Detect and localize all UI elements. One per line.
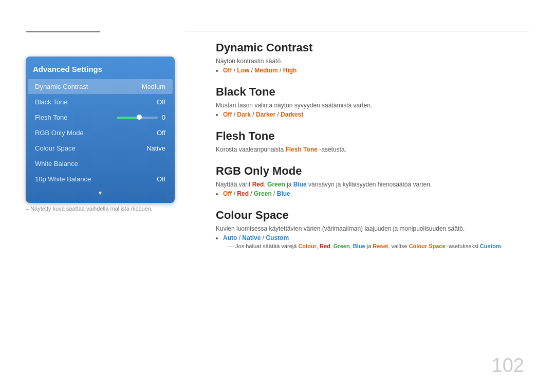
sep3: /: [278, 67, 283, 74]
sep1: /: [232, 67, 237, 74]
rgb-option-red: Red: [237, 190, 249, 197]
cs-reset: Reset: [373, 243, 388, 249]
dynamic-contrast-options: Off / Low / Medium / High: [223, 67, 529, 74]
rgb-red: Red: [252, 181, 264, 188]
black-tone-option-list: Off / Dark / Darker / Darkest: [223, 111, 529, 118]
flesh-tone-label: Flesh Tone: [35, 114, 67, 121]
dynamic-contrast-label: Dynamic Contrast: [35, 83, 88, 90]
dynamic-contrast-title: Dynamic Contrast: [216, 41, 529, 54]
cs-sep2: /: [261, 234, 266, 241]
flesh-tone-highlight: Flesh Tone: [285, 146, 317, 153]
sidebar-divider: [26, 31, 100, 32]
colour-space-option-list: Auto / Native / Custom: [223, 234, 529, 241]
cs-colour-space-ref: Colour Space: [409, 243, 446, 249]
bt-option-darkest: Darkest: [281, 111, 303, 118]
dynamic-contrast-value: Medium: [142, 83, 165, 90]
section-rgb-only-mode: RGB Only Mode Näyttää värit Red, Green j…: [216, 164, 529, 197]
rgb-blue: Blue: [293, 181, 307, 188]
colour-space-desc: Kuvien luomisessa käytettävien värien (v…: [216, 225, 529, 232]
flesh-tone-value: 0: [162, 114, 165, 121]
rgb-only-mode-options: Off / Red / Green / Blue: [223, 190, 529, 197]
cs-green: Green: [334, 243, 350, 249]
cs-sep1: /: [237, 234, 242, 241]
dropdown-arrow[interactable]: ▼: [26, 187, 175, 199]
black-tone-value: Off: [157, 98, 165, 106]
bt-option-darker: Darker: [256, 111, 275, 118]
panel-title: Advanced Settings: [26, 63, 175, 79]
black-tone-desc: Mustan tason valinta näytön syvyyden sää…: [216, 102, 529, 109]
bt-option-dark: Dark: [237, 111, 251, 118]
10p-white-balance-value: Off: [157, 175, 165, 183]
cs-option-auto: Auto: [223, 234, 237, 241]
section-flesh-tone: Flesh Tone Korosta vaaleanpunaista Flesh…: [216, 129, 529, 153]
section-dynamic-contrast: Dynamic Contrast Näytön kontrastin säätö…: [216, 41, 529, 74]
section-colour-space: Colour Space Kuvien luomisessa käytettäv…: [216, 209, 529, 249]
flesh-tone-title: Flesh Tone: [216, 129, 529, 143]
sidebar-panel: Advanced Settings Dynamic Contrast Mediu…: [26, 57, 175, 203]
menu-item-rgb-only-mode[interactable]: RGB Only Mode Off: [28, 125, 173, 140]
rgb-only-mode-desc: Näyttää värit Red, Green ja Blue värisäv…: [216, 181, 529, 188]
section-black-tone: Black Tone Mustan tason valinta näytön s…: [216, 85, 529, 118]
rgb-option-blue: Blue: [277, 190, 290, 197]
flesh-tone-slider-container: 0: [117, 114, 165, 121]
colour-space-options: Auto / Native / Custom: [223, 234, 529, 241]
dynamic-contrast-option-list: Off / Low / Medium / High: [223, 67, 529, 74]
menu-item-black-tone[interactable]: Black Tone Off: [28, 95, 173, 109]
colour-space-subnote: Jos haluat säätää värejä Colour, Red, Gr…: [228, 243, 529, 249]
colour-space-value: Native: [146, 144, 165, 152]
black-tone-title: Black Tone: [216, 85, 529, 99]
bt-option-off: Off: [223, 111, 232, 118]
rgb-option-off: Off: [223, 190, 232, 197]
slider-fill: [117, 117, 139, 119]
colour-space-label: Colour Space: [35, 144, 76, 152]
rgb-only-mode-title: RGB Only Mode: [216, 164, 529, 178]
cs-red: Red: [320, 243, 330, 249]
page-number: 102: [492, 354, 524, 377]
cs-option-native: Native: [242, 234, 261, 241]
bt-sep2: /: [251, 111, 256, 118]
black-tone-label: Black Tone: [35, 98, 67, 106]
rgb-option-list: Off / Red / Green / Blue: [223, 190, 529, 197]
option-off: Off: [223, 67, 232, 74]
bt-sep1: /: [232, 111, 237, 118]
option-medium: Medium: [254, 67, 278, 74]
rgb-sep3: /: [272, 190, 277, 197]
rgb-option-green: Green: [254, 190, 272, 197]
menu-item-white-balance[interactable]: White Balance: [28, 156, 173, 171]
rgb-sep1: /: [232, 190, 237, 197]
menu-item-flesh-tone[interactable]: Flesh Tone 0: [28, 110, 173, 125]
option-low: Low: [237, 67, 249, 74]
white-balance-label: White Balance: [35, 160, 78, 167]
cs-blue-note: Blue: [353, 243, 365, 249]
bt-sep3: /: [275, 111, 281, 118]
sidebar: Advanced Settings Dynamic Contrast Mediu…: [26, 57, 175, 203]
option-high: High: [283, 67, 297, 74]
dynamic-contrast-desc: Näytön kontrastin säätö.: [216, 58, 529, 65]
slider-thumb: [137, 115, 142, 120]
cs-colour: Colour: [298, 243, 316, 249]
top-divider: [185, 31, 529, 31]
main-content: Dynamic Contrast Näytön kontrastin säätö…: [216, 41, 529, 260]
10p-white-balance-label: 10p White Balance: [35, 175, 91, 183]
menu-item-10p-white-balance[interactable]: 10p White Balance Off: [28, 172, 173, 186]
cs-option-custom: Custom: [266, 234, 289, 241]
rgb-green: Green: [267, 181, 285, 188]
sep2: /: [249, 67, 254, 74]
footer-note: – Näytetty kuva saattaa vaihdella mallis…: [26, 206, 153, 212]
slider-track[interactable]: [117, 117, 158, 119]
menu-item-dynamic-contrast[interactable]: Dynamic Contrast Medium: [28, 79, 173, 94]
menu-item-colour-space[interactable]: Colour Space Native: [28, 141, 173, 156]
flesh-tone-desc: Korosta vaaleanpunaista Flesh Tone -aset…: [216, 146, 529, 153]
cs-custom-ref: Custom: [480, 243, 501, 249]
rgb-sep2: /: [249, 190, 254, 197]
black-tone-options: Off / Dark / Darker / Darkest: [223, 111, 529, 118]
rgb-only-mode-value: Off: [157, 129, 165, 137]
colour-space-title: Colour Space: [216, 209, 529, 222]
rgb-only-mode-label: RGB Only Mode: [35, 129, 84, 137]
